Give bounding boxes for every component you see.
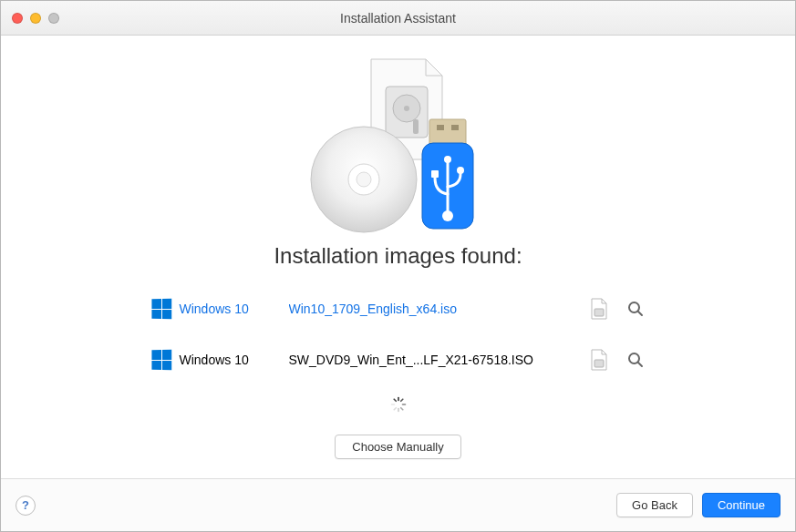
windows-icon: [143, 350, 180, 370]
svg-line-22: [638, 363, 642, 366]
svg-point-2: [404, 106, 409, 111]
continue-button[interactable]: Continue: [702, 493, 780, 517]
reveal-in-finder-icon[interactable]: [617, 301, 654, 317]
os-name: Windows 10: [180, 353, 289, 367]
svg-point-6: [357, 172, 371, 187]
window-title: Installation Assistant: [1, 11, 795, 26]
svg-point-13: [444, 156, 451, 163]
choose-manually-button[interactable]: Choose Manually: [335, 435, 460, 459]
reveal-in-finder-icon[interactable]: [617, 352, 654, 368]
iso-file-icon: [581, 349, 617, 371]
svg-point-16: [457, 167, 464, 174]
zoom-icon: [48, 13, 59, 24]
hero-illustration: [280, 52, 517, 234]
svg-line-24: [400, 399, 402, 401]
image-list: Windows 10 Win10_1709_English_x64.iso Wi…: [143, 292, 654, 376]
file-name: SW_DVD9_Win_Ent_...LF_X21-67518.ISO: [289, 353, 581, 367]
window: Installation Assistant: [0, 0, 796, 532]
titlebar: Installation Assistant: [1, 1, 795, 36]
svg-rect-9: [451, 125, 459, 130]
go-back-button[interactable]: Go Back: [616, 493, 693, 517]
heading: Installation images found:: [274, 243, 522, 269]
list-item[interactable]: Windows 10 SW_DVD9_Win_Ent_...LF_X21-675…: [143, 343, 654, 376]
close-icon[interactable]: [12, 13, 23, 24]
os-name: Windows 10: [180, 302, 289, 316]
content: Installation images found: Windows 10 Wi…: [1, 36, 795, 478]
svg-line-28: [394, 408, 396, 410]
svg-rect-8: [437, 125, 444, 130]
spinner-icon: [390, 396, 407, 413]
windows-icon: [143, 299, 180, 319]
help-button[interactable]: ?: [16, 496, 36, 516]
svg-rect-17: [594, 309, 604, 316]
svg-rect-20: [594, 360, 604, 367]
svg-point-14: [442, 210, 453, 221]
list-item[interactable]: Windows 10 Win10_1709_English_x64.iso: [143, 292, 654, 325]
iso-file-icon: [581, 298, 617, 320]
svg-rect-3: [413, 119, 419, 134]
file-name: Win10_1709_English_x64.iso: [289, 302, 581, 316]
footer: ? Go Back Continue: [1, 478, 795, 531]
svg-rect-15: [431, 170, 439, 178]
svg-line-30: [394, 399, 396, 401]
svg-line-19: [638, 312, 642, 315]
svg-line-26: [400, 408, 402, 410]
minimize-icon[interactable]: [30, 13, 41, 24]
